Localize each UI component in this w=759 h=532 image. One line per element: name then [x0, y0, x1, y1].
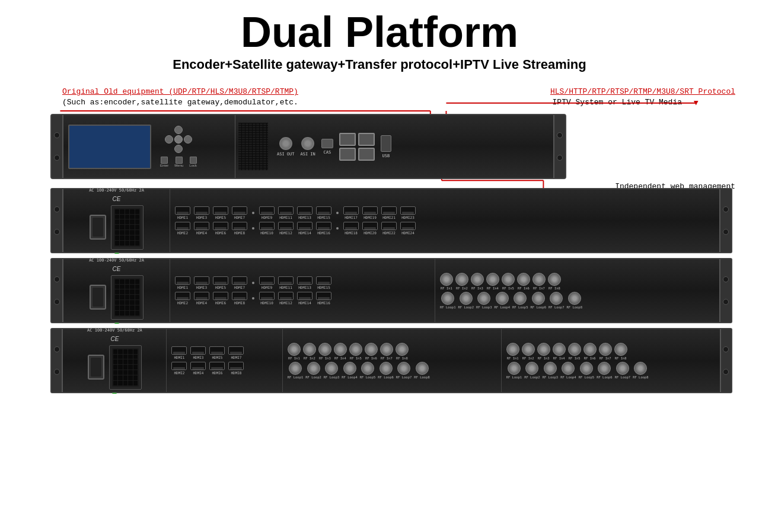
bottom-devices: AC 100-240V 50/60Hz 2A CE [50, 188, 732, 393]
usb-group: USB [381, 135, 391, 158]
data-nms-row [339, 148, 375, 161]
device3-rf-loop-row: RF Loop1 RF Loop2 RF Loop3 RF Loop4 RF L… [440, 292, 715, 309]
right-annotation-2: IPTV System or Live TV Media [553, 98, 682, 107]
diagram-area: Original Old equipment (UDP/RTP/HLS/M3U8… [18, 78, 741, 458]
hdmi20-port [362, 222, 378, 230]
hdmi18-port [343, 222, 359, 230]
ear-hole-rb [557, 155, 563, 161]
rack4-ear-left [52, 329, 63, 392]
hdmi3-port [194, 206, 209, 215]
device3-hdmi-top: HDMI1 HDMI3 HDMI5 HDMI7 HDMI9 HDMI11 HDM… [175, 276, 430, 289]
nav-center[interactable] [174, 135, 183, 144]
hdmi23-port [400, 206, 416, 215]
device4-rf-right: RF In1 RF In2 RF In3 RF In4 RF In5 RF In… [501, 329, 720, 392]
hdmi14-port [297, 222, 312, 230]
iptv-data-group [339, 133, 375, 161]
device2-fan [114, 208, 141, 247]
iptv-port-1 [339, 133, 356, 146]
r2-ear-hole-b [54, 229, 60, 235]
device2-psu [111, 205, 143, 250]
device2-ce-label: CE [113, 196, 121, 202]
top-left-panel: Enter Menu Lock [63, 115, 235, 178]
hdmi1-port [175, 206, 190, 215]
asi-in-port [301, 137, 314, 150]
ear-hole-rt [557, 132, 563, 138]
iptv-port-2 [358, 133, 375, 146]
menu-btn[interactable] [176, 157, 183, 164]
subtitle: Encoder+Satellite gateway+Transfer proto… [18, 57, 741, 72]
left-annotation-1: Original Old equipment (UDP/RTP/HLS/M3U8… [62, 87, 298, 96]
top-right-panel: ASI OUT ASI IN CAS [271, 115, 553, 178]
hdmi5-port [213, 206, 228, 215]
rack4-ear-right [720, 329, 731, 392]
hdmi7-port [232, 206, 247, 215]
hdmi9-port [259, 206, 275, 215]
r2-ear-hole-t [54, 206, 60, 212]
cas-label: CAS [323, 150, 331, 155]
device4-ac-label: AC 100-240V 50/60Hz 2A [87, 328, 142, 333]
lock-btn[interactable] [190, 157, 197, 164]
device4-ce-label: CE [111, 336, 119, 342]
hdmi6-port [213, 222, 228, 230]
rack3-ear-left [52, 259, 63, 322]
asi-in-group: ASI IN [301, 137, 315, 157]
hdmi15-port [316, 206, 331, 215]
rack-ear-left [52, 115, 63, 178]
hdmi8-port [232, 222, 247, 230]
device3-ce-label: CE [113, 266, 121, 272]
nav-down[interactable] [174, 145, 183, 153]
nav-left[interactable] [165, 135, 173, 144]
hdmi11-port [278, 206, 294, 215]
device-4: AC 100-240V 50/60Hz 2A CE [50, 328, 732, 393]
enter-label: Enter [160, 164, 168, 167]
device4-hdmi: HDMI1 HDMI3 HDMI5 HDMI7 HDMI2 HDMI4 HDMI… [167, 329, 282, 392]
rack3-ear-right [719, 259, 731, 322]
vent-panel-1 [238, 123, 268, 170]
lock-label: Lock [189, 164, 197, 167]
svg-marker-6 [694, 101, 699, 106]
page-container: Dual Platform Encoder+Satellite gateway+… [0, 0, 759, 532]
right-annotation-1: HLS/HTTP/RTP/RTSP/RTMP/M3U8/SRT Protocol [550, 87, 735, 96]
device4-power-switch[interactable] [88, 355, 104, 380]
ear-hole-top [54, 132, 60, 138]
asi-in-label: ASI IN [301, 152, 315, 157]
nav-up[interactable] [174, 126, 183, 134]
hdmi2-port [175, 222, 190, 230]
device3-ac-label: AC 100-240V 50/60Hz 2A [89, 258, 144, 263]
device2-power-inner [93, 218, 103, 237]
hdmi16-port [316, 222, 331, 230]
left-annotation-2: (Such as:encoder,satellite gateway,demod… [62, 98, 298, 107]
hdmi22-port [381, 222, 397, 230]
device3-led [114, 323, 119, 324]
hdmi13-port [297, 206, 312, 215]
device4-psu [109, 345, 142, 390]
hdmi1-group: HDMI1 [175, 206, 190, 219]
ear-hole-bottom [54, 155, 60, 161]
menu-label: Menu [174, 164, 183, 167]
rack2-ear-left [52, 189, 63, 252]
device3-power-switch[interactable] [90, 285, 106, 310]
hdmi21-port [381, 206, 397, 215]
asi-out-label: ASI OUT [277, 152, 295, 157]
device2-ac-label: AC 100-240V 50/60Hz 2A [89, 188, 144, 193]
enter-btn[interactable] [161, 157, 168, 164]
usb-label: USB [382, 154, 390, 158]
lcd-screen [68, 125, 151, 169]
nav-right[interactable] [184, 135, 192, 144]
device3-left-panel: AC 100-240V 50/60Hz 2A CE [63, 259, 170, 322]
device3-rf-section: RF In1 RF In2 RF In3 RF In4 RF In5 RF In… [435, 259, 719, 322]
iptv-ports-row [339, 133, 375, 146]
hdmi12-port [278, 222, 294, 230]
hdmi10-port [259, 222, 275, 230]
device-3: AC 100-240V 50/60Hz 2A CE [50, 258, 732, 323]
device-2: AC 100-240V 50/60Hz 2A CE [50, 188, 732, 253]
asi-out-port [279, 137, 292, 150]
device3-psu [111, 275, 143, 320]
main-title: Dual Platform [18, 9, 741, 56]
top-device: Enter Menu Lock [50, 114, 566, 179]
device2-led [114, 253, 119, 254]
device2-hdmi-bottom-row: HDMI2 HDMI4 HDMI6 HDMI8 HDMI10 HDMI12 HD… [175, 222, 715, 235]
rack2-ear-right [719, 189, 731, 252]
hdmi4-port [194, 222, 209, 230]
device2-power-switch[interactable] [90, 215, 106, 240]
